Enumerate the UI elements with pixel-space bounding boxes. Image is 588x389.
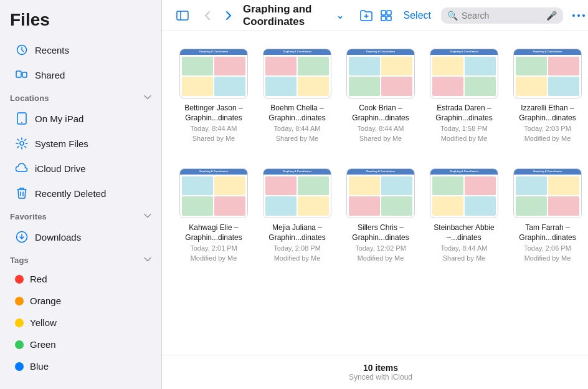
file-name: Tam Farrah –Graphin...dinates	[519, 223, 576, 243]
recents-label: Recents	[35, 45, 69, 55]
sidebar-item-icloud[interactable]: iCloud Drive	[5, 156, 156, 180]
file-meta-status: Shared by Me	[276, 134, 318, 143]
select-button[interactable]: Select	[399, 7, 436, 24]
folder-title[interactable]: Graphing and Coordinates ⌄	[243, 3, 344, 28]
file-name: Mejia Juliana –Graphin...dinates	[268, 223, 325, 243]
file-meta-status: Shared by Me	[443, 254, 485, 263]
folder-title-text: Graphing and Coordinates	[243, 3, 334, 28]
file-name: Estrada Daren –Graphin...dinates	[435, 103, 492, 123]
search-icon: 🔍	[447, 11, 458, 21]
tags-section[interactable]: Tags	[0, 249, 161, 268]
file-thumbnail: Graphing & Coordinates	[263, 49, 331, 98]
sidebar-item-tag-green[interactable]: Green	[5, 334, 156, 355]
sidebar-item-tag-red[interactable]: Red	[5, 269, 156, 289]
file-thumbnail: Graphing & Coordinates	[513, 49, 582, 98]
downloads-icon	[15, 230, 29, 244]
file-meta-date: Today, 2:06 PM	[524, 244, 571, 253]
tag-yellow-label: Yellow	[30, 317, 57, 328]
file-item[interactable]: Graphing & Coordinates Boehm Chella –Gra…	[260, 44, 334, 148]
favorites-label: Favorites	[10, 212, 47, 221]
file-item[interactable]: Graphing & Coordinates Estrada Daren –Gr…	[427, 44, 501, 148]
more-button[interactable]	[568, 5, 588, 26]
icloud-label: iCloud Drive	[35, 163, 86, 174]
tags-label: Tags	[10, 256, 29, 265]
file-thumbnail: Graphing & Coordinates	[179, 49, 248, 98]
tags-chevron	[144, 254, 151, 266]
microphone-icon[interactable]: 🎤	[546, 11, 557, 21]
sidebar-item-ipad[interactable]: On My iPad	[5, 107, 156, 130]
file-meta-date: Today, 2:01 PM	[190, 244, 237, 253]
sidebar: Files Recents Shared Locations	[0, 0, 162, 389]
file-meta-status: Modified by Me	[524, 254, 571, 263]
status-bar: 10 items Synced with iCloud	[162, 355, 588, 389]
file-item[interactable]: Graphing & Coordinates Bettinger Jason –…	[177, 44, 250, 148]
file-thumbnail: Graphing & Coordinates	[346, 168, 415, 218]
svg-point-5	[20, 142, 24, 145]
tag-blue-dot	[15, 362, 24, 371]
file-item[interactable]: Graphing & Coordinates Tam Farrah –Graph…	[511, 163, 584, 268]
sidebar-item-tag-blue[interactable]: Blue	[5, 356, 156, 377]
search-bar: 🔍 🎤	[441, 7, 563, 24]
file-meta-date: Today, 8:44 AM	[190, 124, 237, 133]
app-title: Files	[0, 10, 161, 37]
svg-point-4	[21, 122, 22, 123]
file-meta-status: Modified by Me	[358, 254, 404, 263]
file-meta-date: Today, 8:44 AM	[440, 244, 487, 253]
file-meta-date: Today, 8:44 AM	[357, 124, 404, 133]
ipad-label: On My iPad	[35, 113, 83, 124]
svg-point-12	[572, 14, 575, 17]
file-meta-date: Today, 12:02 PM	[355, 244, 406, 253]
file-name: Sillers Chris –Graphin...dinates	[352, 223, 409, 243]
file-item[interactable]: Graphing & Coordinates Steinbacher Abbie…	[427, 163, 501, 268]
file-meta-status: Shared by Me	[359, 134, 402, 143]
file-meta-date: Today, 1:58 PM	[440, 124, 488, 133]
svg-rect-11	[387, 16, 391, 21]
file-thumbnail: Graphing & Coordinates	[430, 168, 498, 218]
file-name: Bettinger Jason –Graphin...dinates	[184, 103, 242, 123]
sidebar-item-downloads[interactable]: Downloads	[5, 225, 156, 249]
file-item[interactable]: Graphing & Coordinates Mejia Juliana –Gr…	[260, 163, 334, 268]
file-item[interactable]: Graphing & Coordinates Izzarelli Ethan –…	[511, 44, 584, 148]
svg-point-14	[582, 14, 585, 17]
back-button[interactable]	[198, 6, 217, 25]
file-grid-container: Graphing & Coordinates Bettinger Jason –…	[162, 31, 588, 355]
shared-icon	[15, 68, 29, 82]
favorites-section[interactable]: Favorites	[0, 206, 161, 224]
sidebar-item-recents[interactable]: Recents	[5, 38, 156, 62]
sidebar-item-system-files[interactable]: System Files	[5, 132, 156, 155]
file-name: Izzarelli Ethan –Graphin...dinates	[519, 103, 576, 123]
svg-rect-1	[16, 71, 21, 77]
file-grid: Graphing & Coordinates Bettinger Jason –…	[177, 44, 584, 268]
file-item[interactable]: Graphing & Coordinates Sillers Chris –Gr…	[344, 163, 417, 268]
view-toggle-button[interactable]	[379, 5, 394, 26]
file-item[interactable]: Graphing & Coordinates Kahwagi Elie –Gra…	[177, 163, 250, 268]
tag-orange-dot	[15, 297, 24, 305]
item-count: 10 items	[169, 363, 588, 373]
file-meta-status: Shared by Me	[192, 134, 235, 143]
forward-button[interactable]	[219, 6, 238, 25]
sidebar-item-shared[interactable]: Shared	[5, 63, 156, 87]
svg-rect-8	[381, 11, 386, 15]
tag-orange-label: Orange	[30, 295, 61, 306]
system-files-label: System Files	[35, 138, 88, 149]
locations-chevron	[144, 92, 151, 103]
file-meta-status: Modified by Me	[274, 254, 321, 263]
file-item[interactable]: Graphing & Coordinates Cook Brian –Graph…	[344, 44, 417, 148]
sidebar-toggle-button[interactable]	[172, 5, 193, 26]
new-folder-button[interactable]	[359, 5, 374, 26]
ipad-icon	[15, 112, 29, 125]
svg-rect-7	[177, 11, 188, 20]
file-thumbnail: Graphing & Coordinates	[430, 49, 498, 98]
file-thumbnail: Graphing & Coordinates	[263, 168, 331, 218]
sidebar-item-tag-yellow[interactable]: Yellow	[5, 312, 156, 333]
locations-section[interactable]: Locations	[0, 87, 161, 106]
file-meta-status: Modified by Me	[191, 254, 237, 263]
tag-red-label: Red	[30, 274, 47, 284]
sidebar-item-recently-deleted[interactable]: Recently Deleted	[5, 181, 156, 205]
system-files-icon	[15, 137, 29, 150]
file-thumbnail: Graphing & Coordinates	[513, 168, 582, 218]
search-input[interactable]	[462, 11, 543, 21]
file-meta-date: Today, 2:03 PM	[524, 124, 571, 133]
sidebar-item-tag-orange[interactable]: Orange	[5, 291, 156, 311]
toolbar: Graphing and Coordinates ⌄ Select 🔍	[162, 0, 588, 31]
